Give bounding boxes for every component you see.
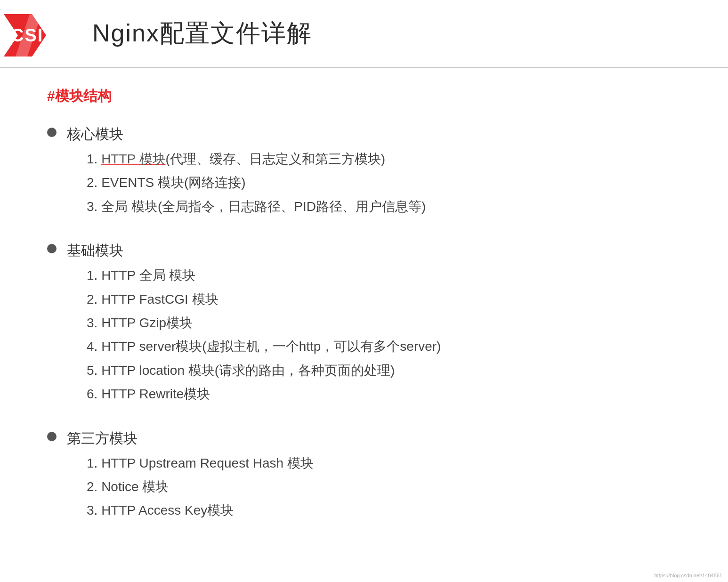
list-item: 6. HTTP Rewrite模块 [87, 382, 441, 406]
list-item: 2. Notice 模块 [87, 475, 314, 499]
logo-area: CSI [0, 8, 83, 62]
http-module-link[interactable]: HTTP 模块 [101, 152, 165, 166]
logo-icon: CSI [4, 14, 79, 57]
sub-list-core: 1. HTTP 模块(代理、缓存、日志定义和第三方模块) 2. EVENTS 模… [87, 147, 426, 218]
sub-list-base: 1. HTTP 全局 模块 2. HTTP FastCGI 模块 3. HTTP… [87, 264, 441, 406]
list-item: 3. HTTP Gzip模块 [87, 311, 441, 335]
bullet-item-base: 基础模块 1. HTTP 全局 模块 2. HTTP FastCGI 模块 3.… [47, 239, 690, 406]
list-item: 1. HTTP 全局 模块 [87, 264, 441, 287]
list-item: 2. EVENTS 模块(网络连接) [87, 171, 426, 194]
list-item: 5. HTTP location 模块(请求的路由，各种页面的处理) [87, 359, 441, 382]
bullet-label-core: 核心模块 [67, 126, 123, 142]
bullet-label-base: 基础模块 [67, 242, 123, 258]
bullet-item-core: 核心模块 1. HTTP 模块(代理、缓存、日志定义和第三方模块) 2. EVE… [47, 123, 690, 218]
page-header: CSI Nginx配置文件详解 [0, 0, 728, 68]
bullet-dot [47, 432, 57, 441]
list-item: 2. HTTP FastCGI 模块 [87, 288, 441, 311]
list-item: 3. HTTP Access Key模块 [87, 499, 314, 522]
bullet-label-third-party: 第三方模块 [67, 430, 138, 446]
page-title: Nginx配置文件详解 [83, 17, 312, 54]
watermark: https://blog.csdn.net/1404861 [655, 573, 722, 578]
main-content: #模块结构 核心模块 1. HTTP 模块(代理、缓存、日志定义和第三方模块) … [0, 68, 728, 562]
section-heading: #模块结构 [47, 87, 690, 106]
bullet-dot [47, 244, 57, 253]
list-item: 1. HTTP Upstream Request Hash 模块 [87, 452, 314, 475]
bullet-dot [47, 128, 57, 137]
bullet-group-base: 基础模块 1. HTTP 全局 模块 2. HTTP FastCGI 模块 3.… [47, 239, 690, 406]
bullet-group-core: 核心模块 1. HTTP 模块(代理、缓存、日志定义和第三方模块) 2. EVE… [47, 123, 690, 218]
list-item: 1. HTTP 模块(代理、缓存、日志定义和第三方模块) [87, 147, 426, 171]
list-item: 4. HTTP server模块(虚拟主机，一个http，可以有多个server… [87, 335, 441, 358]
sub-list-third-party: 1. HTTP Upstream Request Hash 模块 2. Noti… [87, 452, 314, 523]
list-item: 3. 全局 模块(全局指令，日志路径、PID路径、用户信息等) [87, 195, 426, 218]
bullet-group-third-party: 第三方模块 1. HTTP Upstream Request Hash 模块 2… [47, 427, 690, 523]
bullet-item-third-party: 第三方模块 1. HTTP Upstream Request Hash 模块 2… [47, 427, 690, 523]
